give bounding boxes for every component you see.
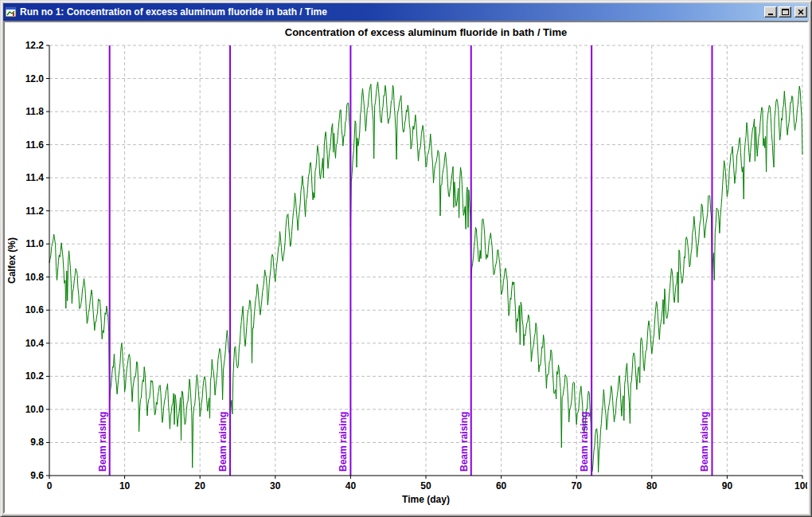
event-label-beam-raising: Beam raising [338,412,349,472]
event-label-beam-raising: Beam raising [97,412,108,472]
x-tick-label: 100 [794,480,807,492]
window-controls [764,6,807,18]
app-window: Run no 1: Concentration of excess alumin… [0,0,812,517]
x-axis-label: Time (day) [402,494,450,505]
x-tick-label: 20 [195,480,206,492]
maximize-button[interactable] [779,6,791,18]
y-tick-label: 12.2 [25,40,45,51]
x-tick-label: 40 [345,480,357,492]
x-tick-label: 30 [270,480,281,492]
y-tick-label: 9.8 [30,437,44,448]
event-label-beam-raising: Beam raising [217,412,228,472]
y-tick-label: 9.6 [30,470,44,481]
chart-client-area: Beam raisingBeam raisingBeam raisingBeam… [3,21,809,514]
y-tick-label: 11.2 [25,206,44,217]
x-tick-label: 70 [572,480,583,492]
x-tick-label: 60 [496,480,507,492]
x-tick-label: 90 [722,480,733,492]
y-tick-label: 11.8 [25,106,44,117]
minimize-icon [767,10,774,15]
y-tick-label: 11.4 [25,172,44,183]
chart: Beam raisingBeam raisingBeam raisingBeam… [5,22,807,512]
x-tick-label: 0 [47,480,53,492]
y-axis-label: Calfex (%) [6,237,18,284]
chart-window-icon[interactable] [5,6,18,18]
y-tick-label: 12.0 [25,73,45,84]
x-tick-label: 10 [119,480,131,492]
event-label-beam-raising: Beam raising [579,412,590,472]
y-tick-label: 10.6 [25,304,45,315]
y-tick-label: 10.4 [25,338,45,349]
y-tick-label: 11.0 [25,238,44,249]
close-button[interactable] [794,6,807,18]
maximize-icon [782,9,789,15]
y-tick-label: 10.2 [25,370,45,382]
y-tick-label: 11.6 [25,139,44,151]
x-tick-label: 50 [420,480,431,492]
event-label-beam-raising: Beam raising [699,412,710,472]
chart-title: Concentration of excess aluminum fluorid… [285,26,567,38]
x-tick-label: 80 [646,480,658,492]
window-title: Run no 1: Concentration of excess alumin… [20,3,762,21]
close-icon [798,10,804,15]
event-label-beam-raising: Beam raising [459,412,470,472]
title-bar[interactable]: Run no 1: Concentration of excess alumin… [3,3,809,21]
y-tick-label: 10.8 [25,272,45,283]
minimize-button[interactable] [764,6,777,18]
y-tick-label: 10.0 [25,404,45,415]
